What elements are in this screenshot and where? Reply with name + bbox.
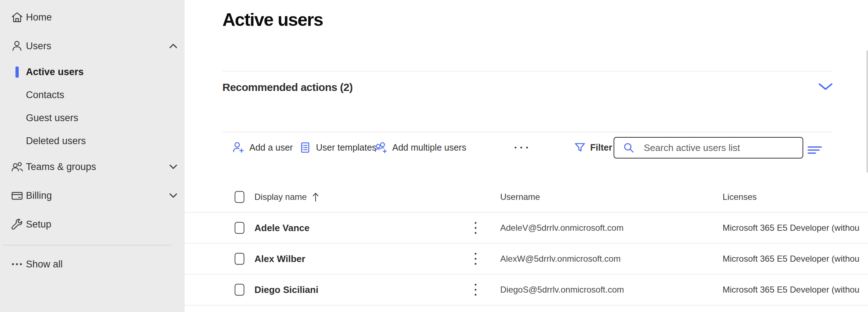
main-content: Active users Recommended actions (2) Add… [185,0,868,312]
search-box [614,137,803,159]
user-licenses: Microsoft 365 E5 Developer (withou [723,285,859,295]
user-templates-label: User templates [316,142,376,153]
table-row: Diego Siciliani DiegoS@5drrlv.onmicrosof… [185,275,868,306]
sidebar-item-label: Active users [26,66,84,78]
chevron-up-icon [169,43,177,49]
sidebar-item-label: Home [26,12,52,23]
user-licenses: Microsoft 365 E5 Developer (withou [723,223,859,233]
toolbar-divider [222,132,832,132]
more-ellipsis-icon [515,147,528,148]
column-header-username[interactable]: Username [500,192,540,202]
sidebar-item-show-all[interactable]: Show all [0,253,185,276]
sidebar-item-guest-users[interactable]: Guest users [0,106,185,129]
filter-lines-icon [807,145,822,156]
sidebar-item-deleted-users[interactable]: Deleted users [0,129,185,152]
column-header-licenses[interactable]: Licenses [723,192,757,202]
column-header-display-name[interactable]: Display name [254,192,320,202]
sidebar-item-label: Guest users [26,113,78,124]
sidebar-item-teams-groups[interactable]: Teams & groups [0,155,185,178]
row-more-actions-icon[interactable] [473,220,479,236]
sidebar-item-contacts[interactable]: Contacts [0,83,185,106]
add-a-user-button[interactable]: Add a user [232,137,293,158]
sidebar-item-active-users[interactable]: Active users [0,60,185,83]
chevron-down-icon[interactable] [818,83,833,91]
row-checkbox[interactable] [235,253,244,265]
sort-ascending-icon [312,192,320,202]
sidebar-item-label: Users [26,41,51,52]
sidebar-item-label: Contacts [26,90,64,101]
add-multiple-users-label: Add multiple users [392,142,466,153]
sidebar-item-billing[interactable]: Billing [0,184,185,207]
sidebar-item-label: Billing [26,190,52,201]
row-checkbox[interactable] [235,284,244,296]
add-multiple-users-button[interactable]: Add multiple users [374,137,466,158]
wrench-icon [8,218,26,231]
page-title: Active users [222,9,323,30]
user-templates-button[interactable]: User templates [299,137,376,158]
sidebar-item-label: Setup [26,219,51,230]
sidebar-item-label: Teams & groups [26,161,96,173]
user-display-name[interactable]: Adele Vance [254,222,309,234]
home-icon [8,11,26,24]
filter-label: Filter [590,142,612,153]
user-display-name[interactable]: Alex Wilber [254,253,305,265]
table-header-row: Display name Username Licenses [185,182,868,213]
chevron-down-icon [169,193,177,198]
person-add-icon [232,141,245,154]
search-input[interactable] [614,137,803,159]
template-list-icon [299,141,311,154]
section-divider [222,71,832,72]
credit-card-icon [8,189,26,202]
row-more-actions-icon[interactable] [473,282,479,298]
sidebar-item-users[interactable]: Users [0,35,185,58]
vertical-scrollbar[interactable] [867,50,868,173]
user-username: AdeleV@5drrlv.onmicrosoft.com [500,223,624,233]
table-row: Alex Wilber AlexW@5drrlv.onmicrosoft.com… [185,244,868,275]
active-users-page: Home Users Active users Contacts Guest u… [0,0,868,312]
sidebar-item-home[interactable]: Home [0,6,185,29]
recommended-actions-label: Recommended actions (2) [222,81,353,93]
sidebar-item-label: Show all [26,259,63,270]
more-actions-button[interactable] [510,137,532,158]
chevron-down-icon [169,164,177,169]
user-username: AlexW@5drrlv.onmicrosoft.com [500,254,621,264]
ellipsis-icon [8,258,26,271]
person-icon [8,40,26,52]
people-icon [8,160,26,174]
filter-lines-button[interactable] [807,139,822,161]
sidebar-item-setup[interactable]: Setup [0,213,185,236]
select-all-checkbox[interactable] [235,191,244,203]
row-checkbox[interactable] [235,222,244,234]
filter-button[interactable]: Filter [574,137,612,158]
table-row: Adele Vance AdeleV@5drrlv.onmicrosoft.co… [185,213,868,244]
add-a-user-label: Add a user [249,142,293,153]
user-licenses: Microsoft 365 E5 Developer (withou [723,254,859,264]
sidebar-item-label: Deleted users [26,136,86,147]
people-add-icon [374,141,388,154]
user-display-name[interactable]: Diego Siciliani [254,284,318,295]
user-username: DiegoS@5drrlv.onmicrosoft.com [500,285,624,295]
funnel-icon [574,142,586,153]
sidebar: Home Users Active users Contacts Guest u… [0,0,185,312]
sidebar-divider [3,245,172,246]
recommended-actions-header[interactable]: Recommended actions (2) [222,80,832,95]
row-more-actions-icon[interactable] [473,251,479,267]
